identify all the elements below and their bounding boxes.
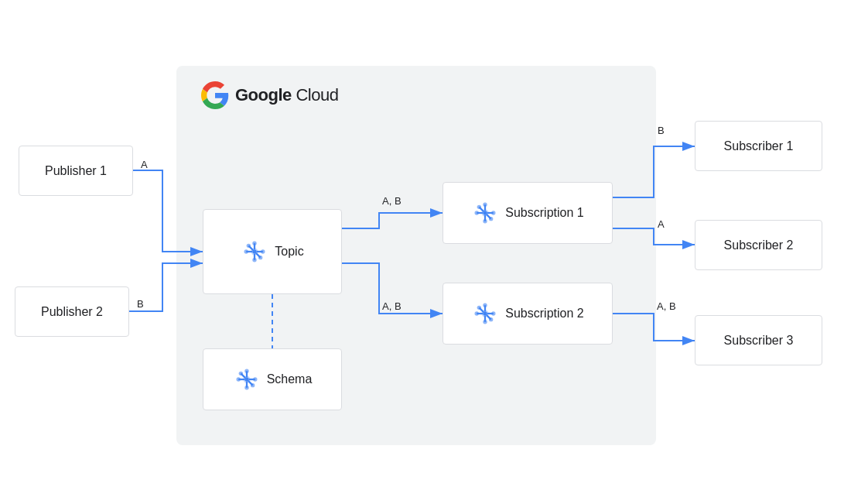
gcp-logo: Google Cloud: [201, 81, 338, 109]
sub1-hub-icon: [471, 199, 499, 227]
subscription1-box: Subscription 1: [443, 182, 613, 244]
svg-point-29: [489, 217, 493, 221]
svg-point-11: [253, 258, 257, 262]
sub2-hub-icon: [471, 300, 499, 328]
svg-point-26: [475, 211, 479, 214]
svg-point-53: [244, 386, 248, 389]
topic-hub-icon: [241, 238, 268, 266]
svg-point-52: [244, 369, 248, 373]
svg-point-12: [244, 249, 248, 253]
publisher2-box: Publisher 2: [15, 286, 129, 337]
svg-point-28: [477, 205, 481, 209]
subscription2-label: Subscription 2: [505, 307, 583, 321]
svg-point-13: [261, 249, 265, 253]
topic-box: Topic: [203, 209, 342, 294]
svg-point-54: [236, 377, 240, 381]
label-sub1-subs2: A: [658, 218, 665, 230]
subscriber1-box: Subscriber 1: [695, 121, 822, 171]
schema-box: Schema: [203, 348, 342, 410]
publisher2-label: Publisher 2: [41, 305, 103, 319]
label-sub1-subs1: B: [658, 125, 665, 136]
publisher1-label: Publisher 1: [45, 164, 107, 178]
schema-hub-icon: [233, 365, 261, 393]
schema-label: Schema: [267, 372, 313, 386]
label-topic-sub2: A, B: [382, 300, 402, 312]
svg-point-57: [251, 383, 255, 387]
svg-point-24: [484, 203, 487, 207]
subscriber3-box: Subscriber 3: [695, 315, 822, 365]
svg-point-14: [247, 244, 251, 248]
svg-point-55: [253, 377, 257, 381]
publisher1-box: Publisher 1: [19, 146, 133, 196]
subscriber2-box: Subscriber 2: [695, 220, 822, 270]
svg-point-40: [475, 311, 479, 315]
topic-label: Topic: [275, 245, 303, 259]
label-pub1: A: [141, 159, 148, 170]
svg-point-38: [484, 304, 487, 307]
canvas: Google Cloud A B: [0, 0, 868, 487]
svg-point-25: [484, 219, 487, 223]
svg-point-43: [489, 317, 493, 321]
gcp-logo-text: Google Cloud: [235, 85, 338, 105]
svg-point-15: [258, 256, 262, 259]
label-pub2: B: [137, 298, 144, 310]
svg-point-56: [238, 372, 242, 376]
subscription2-box: Subscription 2: [443, 283, 613, 345]
svg-point-39: [484, 320, 487, 324]
subscription1-label: Subscription 1: [505, 206, 583, 220]
subscriber1-label: Subscriber 1: [724, 139, 794, 153]
google-cloud-icon: [201, 81, 229, 109]
svg-point-41: [491, 311, 495, 315]
svg-point-10: [253, 242, 257, 245]
svg-point-27: [491, 211, 495, 214]
svg-point-42: [477, 306, 481, 310]
label-sub2-subs3: A, B: [657, 300, 676, 312]
subscriber3-label: Subscriber 3: [724, 334, 794, 348]
label-topic-sub1: A, B: [382, 195, 402, 207]
subscriber2-label: Subscriber 2: [724, 238, 794, 252]
